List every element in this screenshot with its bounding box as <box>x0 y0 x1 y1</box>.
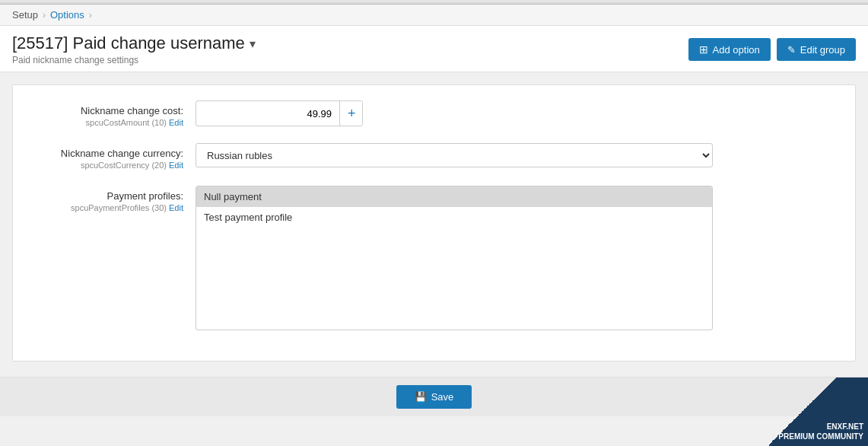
nickname-currency-control: Russian rubles US Dollar Euro British Po… <box>196 143 840 167</box>
page-header-left: [25517] Paid change username ▾ Paid nick… <box>12 33 256 65</box>
form-panel: Nickname change cost: spcuCostAmount (10… <box>12 84 856 362</box>
page-title-text: [25517] Paid change username <box>12 33 245 53</box>
listbox-item-test-payment[interactable]: Test payment profile <box>196 207 712 228</box>
add-option-label: Add option <box>713 44 760 56</box>
save-label: Save <box>431 391 454 403</box>
save-bar: 💾 Save <box>0 377 868 416</box>
save-button[interactable]: 💾 Save <box>396 385 472 409</box>
nickname-cost-label-group: Nickname change cost: spcuCostAmount (10… <box>28 100 196 128</box>
watermark-line2: PREMIUM COMMUNITY <box>778 432 863 441</box>
page-header-actions: ⊞ Add option ✎ Edit group <box>688 38 856 61</box>
page-subtitle: Paid nickname change settings <box>12 55 256 65</box>
nickname-cost-increment-button[interactable]: + <box>339 101 363 126</box>
add-option-button[interactable]: ⊞ Add option <box>688 38 771 61</box>
breadcrumb-setup[interactable]: Setup <box>12 9 38 21</box>
nickname-currency-meta: spcuCostCurrency (20) Edit <box>81 161 183 170</box>
payment-profiles-row: Payment profiles: spcuPaymentProfiles (3… <box>28 186 840 330</box>
breadcrumb-options[interactable]: Options <box>50 9 84 21</box>
payment-profiles-control: Null payment Test payment profile <box>196 186 840 330</box>
page-title-dropdown-icon[interactable]: ▾ <box>250 37 256 51</box>
corner-watermark: ENXF.NET PREMIUM COMMUNITY <box>769 378 868 446</box>
edit-group-icon: ✎ <box>787 44 796 56</box>
main-content: Nickname change cost: spcuCostAmount (10… <box>0 72 868 377</box>
payment-profiles-listbox[interactable]: Null payment Test payment profile <box>196 186 713 330</box>
watermark-text: ENXF.NET PREMIUM COMMUNITY <box>778 422 863 441</box>
breadcrumb-sep2: › <box>89 10 92 21</box>
nickname-currency-row: Nickname change currency: spcuCostCurren… <box>28 143 840 170</box>
nickname-cost-row: Nickname change cost: spcuCostAmount (10… <box>28 100 840 128</box>
nickname-cost-input-group: + − <box>196 100 363 126</box>
payment-profiles-label-group: Payment profiles: spcuPaymentProfiles (3… <box>28 186 196 213</box>
nickname-currency-select[interactable]: Russian rubles US Dollar Euro British Po… <box>196 143 713 167</box>
nickname-cost-meta: spcuCostAmount (10) Edit <box>86 118 183 127</box>
add-option-icon: ⊞ <box>699 43 708 56</box>
nickname-cost-input[interactable] <box>196 104 339 124</box>
nickname-cost-edit-link[interactable]: Edit <box>169 118 183 127</box>
payment-profiles-meta: spcuPaymentProfiles (30) Edit <box>71 203 183 212</box>
payment-profiles-edit-link[interactable]: Edit <box>169 203 183 212</box>
breadcrumb-sep1: › <box>43 10 46 21</box>
nickname-currency-meta-text: spcuCostCurrency (20) <box>81 161 167 170</box>
edit-group-label: Edit group <box>800 44 845 56</box>
watermark-line1: ENXF.NET <box>778 422 863 432</box>
nickname-currency-label-group: Nickname change currency: spcuCostCurren… <box>28 143 196 170</box>
page-title: [25517] Paid change username ▾ <box>12 33 256 53</box>
nickname-currency-label: Nickname change currency: <box>28 148 183 159</box>
payment-profiles-label: Payment profiles: <box>28 190 183 202</box>
nickname-cost-meta-text: spcuCostAmount (10) <box>86 118 167 127</box>
edit-group-button[interactable]: ✎ Edit group <box>777 38 856 61</box>
nickname-currency-edit-link[interactable]: Edit <box>169 161 183 170</box>
nickname-cost-label: Nickname change cost: <box>28 105 183 116</box>
breadcrumb: Setup › Options › <box>0 5 868 26</box>
save-icon: 💾 <box>415 391 427 403</box>
page-header: [25517] Paid change username ▾ Paid nick… <box>0 26 868 72</box>
nickname-cost-control: + − <box>196 100 840 126</box>
listbox-item-null-payment[interactable]: Null payment <box>196 186 712 207</box>
payment-profiles-meta-text: spcuPaymentProfiles (30) <box>71 203 167 212</box>
